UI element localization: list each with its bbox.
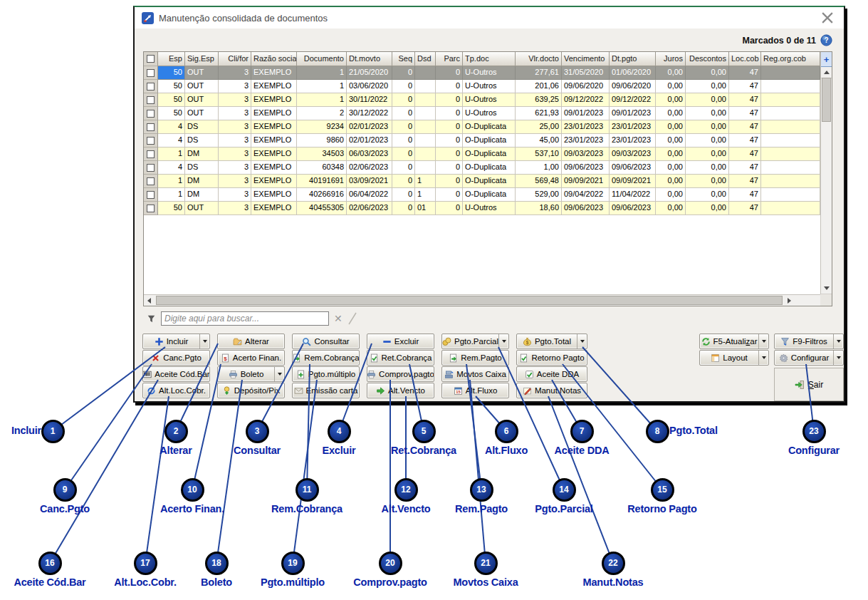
col-header-dt-movto[interactable]: Dt.movto (347, 52, 392, 66)
aceite-dda-button[interactable]: Aceite DDA (516, 366, 587, 382)
col-header-parc[interactable]: Parc (436, 52, 463, 66)
col-header-vlr-docto[interactable]: Vlr.docto (516, 52, 562, 66)
alt-loc-cobr-button[interactable]: Alt.Loc.Cobr. (142, 383, 210, 398)
dep-sito-pix-button[interactable]: Depósito/Pix (217, 383, 285, 398)
horizontal-scroll-thumb[interactable] (156, 296, 783, 305)
alt-vencto-button[interactable]: Alt.Vencto (367, 383, 434, 398)
layout-button[interactable]: Layout (699, 350, 769, 366)
acerto-finan-button[interactable]: $Acerto Finan. (217, 350, 285, 366)
col-header-dsd[interactable]: Dsd (415, 52, 436, 66)
incluir-button[interactable]: Incluir (142, 333, 210, 349)
row-checkbox-cell[interactable] (144, 80, 158, 93)
col-header-descontos[interactable]: Descontos (686, 52, 729, 66)
ret-cobran-a-button[interactable]: Ret.Cobrança (367, 350, 434, 366)
vertical-scroll-thumb[interactable] (822, 78, 831, 122)
close-icon[interactable] (818, 9, 837, 26)
f9-filtros-button[interactable]: F9-Filtros (774, 333, 844, 349)
filter-funnel-icon[interactable] (147, 314, 156, 324)
pgto-parcial-dropdown-arrow[interactable] (498, 334, 508, 348)
scroll-down-button[interactable] (821, 283, 832, 294)
layout-dropdown-arrow[interactable] (758, 351, 768, 365)
horizontal-scrollbar[interactable] (144, 294, 820, 306)
f9-filtros-dropdown-arrow[interactable] (833, 334, 843, 348)
table-row[interactable]: 50OUT3EXEMPLO230/12/202200U-Outros621,93… (144, 107, 820, 120)
clear-search-icon[interactable]: ✕ (334, 314, 343, 324)
table-row[interactable]: 1DM3EXEMPLO4026691606/04/2022010O-Duplic… (144, 188, 820, 202)
row-checkbox[interactable] (147, 150, 155, 158)
consultar-button[interactable]: Consultar (292, 333, 360, 349)
boleto-dropdown-arrow[interactable] (274, 367, 284, 381)
row-checkbox[interactable] (147, 164, 155, 172)
col-header-juros[interactable]: Juros (656, 52, 686, 66)
table-row[interactable]: 1DM3EXEMPLO3450306/03/202300O-Duplicata5… (144, 148, 820, 161)
row-checkbox[interactable] (147, 191, 155, 199)
aceite-c-d-bar-button[interactable]: Aceite Cód.Bar (142, 366, 210, 382)
scroll-left-button[interactable] (144, 295, 155, 306)
pgto-parcial-button[interactable]: Pgto.Parcial (441, 333, 509, 349)
f5-atualizar-dropdown-arrow[interactable] (758, 334, 768, 348)
comprov-pagto-button[interactable]: Comprov.pagto (367, 366, 434, 382)
configurar-button[interactable]: Configurar (774, 350, 844, 366)
table-row[interactable]: 50OUT3EXEMPLO121/05/202000U-Outros277,61… (144, 66, 820, 80)
table-row[interactable]: 1DM3EXEMPLO4019169103/09/2021010O-Duplic… (144, 175, 820, 188)
scroll-right-button[interactable] (784, 295, 795, 306)
boleto-button[interactable]: Boleto (217, 366, 285, 382)
col-header-dt-pgto[interactable]: Dt.pgto (610, 52, 656, 66)
movtos-caixa-button[interactable]: Movtos Caixa (441, 366, 509, 382)
row-checkbox[interactable] (147, 96, 155, 104)
table-row[interactable]: 4DS3EXEMPLO986002/01/202300O-Duplicata45… (144, 134, 820, 148)
col-header-documento[interactable]: Documento (297, 52, 347, 66)
add-column-button[interactable]: + (821, 52, 832, 67)
alterar-button[interactable]: Alterar (217, 333, 285, 349)
row-checkbox-cell[interactable] (144, 161, 158, 175)
row-checkbox-cell[interactable] (144, 66, 158, 80)
pgto-m-ltiplo-button[interactable]: Pgto.múltiplo (292, 366, 360, 382)
col-header-esp[interactable]: Esp (158, 52, 185, 66)
col-header-reg-org-cob[interactable]: Reg.org.cob (761, 52, 820, 66)
table-row[interactable]: 4DS3EXEMPLO6034802/06/202300O-Duplicata1… (144, 161, 820, 175)
table-row[interactable]: 50OUT3EXEMPLO103/06/202000U-Outros201,06… (144, 80, 820, 93)
vertical-scrollbar[interactable]: + (820, 52, 832, 294)
row-checkbox-cell[interactable] (144, 120, 158, 134)
row-checkbox-cell[interactable] (144, 175, 158, 188)
row-checkbox[interactable] (147, 69, 155, 77)
incluir-dropdown-arrow[interactable] (199, 334, 209, 348)
pgto-total-dropdown-arrow[interactable] (577, 334, 587, 348)
canc-pgto-button[interactable]: Canc.Pgto (142, 350, 210, 366)
help-icon[interactable]: ? (820, 34, 832, 46)
col-header-loc-cob[interactable]: Loc.cob (729, 52, 761, 66)
select-all-checkbox-cell[interactable] (144, 52, 158, 66)
col-header-seq[interactable]: Seq (392, 52, 415, 66)
table-row[interactable]: 4DS3EXEMPLO923402/01/202300O-Duplicata25… (144, 120, 820, 134)
rem-pagto-button[interactable]: Rem.Pagto (441, 350, 509, 366)
col-header-raz-o-social[interactable]: Razão social (251, 52, 297, 66)
row-checkbox[interactable] (147, 83, 155, 90)
retorno-pagto-button[interactable]: Retorno Pagto (516, 350, 587, 366)
excluir-button[interactable]: Excluir (367, 333, 434, 349)
scroll-up-button[interactable] (821, 67, 832, 78)
col-header-tp-doc[interactable]: Tp.doc (463, 52, 516, 66)
exit-button[interactable]: Sair (795, 380, 823, 390)
emiss-o-carta-button[interactable]: Emissão carta (292, 383, 360, 398)
row-checkbox[interactable] (147, 205, 155, 212)
row-checkbox[interactable] (147, 137, 155, 145)
row-checkbox[interactable] (147, 110, 155, 118)
rem-cobran-a-button[interactable]: Rem.Cobrança (292, 350, 360, 366)
configurar-dropdown-arrow[interactable] (833, 351, 843, 365)
row-checkbox-cell[interactable] (144, 134, 158, 148)
select-all-checkbox[interactable] (147, 55, 155, 63)
row-checkbox[interactable] (147, 123, 155, 131)
row-checkbox-cell[interactable] (144, 107, 158, 120)
col-header-cli-for[interactable]: Cli/for (219, 52, 251, 66)
f5-atualizar-button[interactable]: F5-Atualizar (699, 333, 769, 349)
col-header-vencimento[interactable]: Vencimento (562, 52, 610, 66)
table-row[interactable]: 50OUT3EXEMPLO130/11/202200U-Outros639,25… (144, 93, 820, 107)
row-checkbox-cell[interactable] (144, 202, 158, 215)
row-checkbox-cell[interactable] (144, 188, 158, 202)
alt-fluxo-button[interactable]: 15Alt.Fluxo (441, 383, 509, 398)
row-checkbox[interactable] (147, 177, 155, 185)
row-checkbox-cell[interactable] (144, 148, 158, 161)
search-input[interactable] (161, 311, 329, 326)
table-row[interactable]: 50OUT3EXEMPLO4045530502/06/20230010U-Out… (144, 202, 820, 215)
col-header-sig-esp[interactable]: Sig.Esp (185, 52, 219, 66)
